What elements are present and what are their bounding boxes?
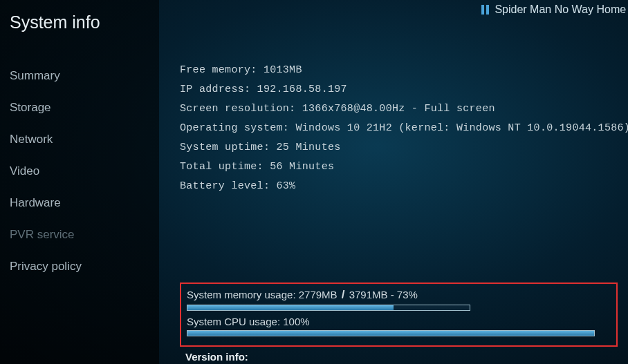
info-operating-system: Operating system: Windows 10 21H2 (kerne… (180, 119, 628, 138)
memory-progress-fill (187, 305, 394, 310)
nav-list: SummaryStorageNetworkVideoHardwarePVR se… (10, 60, 159, 282)
bottom-block: System memory usage: 2779MB / 3791MB - 7… (180, 282, 618, 364)
info-battery-level: Battery level: 63% (180, 177, 628, 196)
memory-progress-bar (187, 305, 470, 311)
cpu-progress-bar (187, 330, 595, 336)
main-content: Spider Man No Way Home Free memory: 1013… (159, 0, 628, 364)
highlight-box: System memory usage: 2779MB / 3791MB - 7… (180, 282, 618, 347)
cpu-progress-fill (187, 331, 594, 336)
sidebar-item-video[interactable]: Video (10, 155, 159, 187)
slash-icon: / (340, 288, 347, 301)
sidebar: System info SummaryStorageNetworkVideoHa… (0, 0, 159, 364)
memory-usage-label: System memory usage: 2779MB / 3791MB - 7… (187, 288, 611, 302)
version-info-label: Version info: (180, 348, 618, 364)
sidebar-item-network[interactable]: Network (10, 124, 159, 155)
sidebar-item-hardware[interactable]: Hardware (10, 187, 159, 219)
now-playing-title: Spider Man No Way Home (495, 3, 626, 16)
pause-icon (481, 5, 489, 15)
sidebar-item-storage[interactable]: Storage (10, 92, 159, 124)
info-free-memory: Free memory: 1013MB (180, 61, 628, 80)
sidebar-item-summary[interactable]: Summary (10, 60, 159, 92)
page-title: System info (10, 12, 159, 32)
now-playing[interactable]: Spider Man No Way Home (481, 3, 626, 16)
info-screen-resolution: Screen resolution: 1366x768@48.00Hz - Fu… (180, 99, 628, 119)
mem-usage-prefix: System memory usage: 2779MB (187, 289, 340, 300)
info-total-uptime: Total uptime: 56 Minutes (180, 157, 628, 177)
sidebar-item-privacy-policy[interactable]: Privacy policy (10, 251, 159, 282)
sidebar-item-pvr-service[interactable]: PVR service (10, 219, 159, 251)
cpu-usage-label: System CPU usage: 100% (187, 316, 611, 327)
info-system-uptime: System uptime: 25 Minutes (180, 138, 628, 157)
system-info-list: Free memory: 1013MB IP address: 192.168.… (180, 0, 628, 196)
info-ip-address: IP address: 192.168.58.197 (180, 80, 628, 99)
mem-usage-suffix: 3791MB - 73% (347, 289, 418, 300)
